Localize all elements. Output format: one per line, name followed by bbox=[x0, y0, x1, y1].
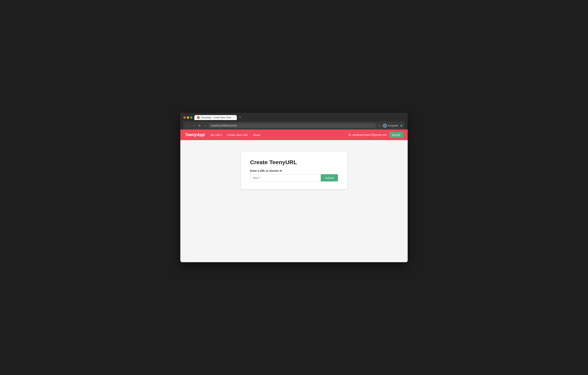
address-bar-row: ← → ↻ ⌂ localhost:8080/urls/new ☆ 👤 Inco… bbox=[183, 122, 405, 130]
traffic-lights bbox=[183, 116, 192, 119]
profile-label: Incognito bbox=[388, 124, 398, 127]
browser-window: T TeenyApp - Create New Short × + ← → ↻ … bbox=[180, 113, 408, 262]
maximize-traffic-light[interactable] bbox=[190, 116, 192, 119]
browser-toolbar-right: ☆ 👤 Incognito bbox=[378, 124, 402, 128]
new-tab-button[interactable]: + bbox=[238, 115, 243, 120]
navbar-nav: My URLs Create New URL About bbox=[211, 133, 348, 136]
title-bar: T TeenyApp - Create New Short × + bbox=[183, 115, 405, 120]
nav-link-my-urls[interactable]: My URLs bbox=[211, 133, 222, 136]
address-bar[interactable]: localhost:8080/urls/new bbox=[208, 123, 376, 128]
card-title: Create TeenyURL bbox=[250, 159, 338, 165]
active-tab[interactable]: T TeenyApp - Create New Short × bbox=[194, 115, 237, 120]
browser-chrome: T TeenyApp - Create New Short × + ← → ↻ … bbox=[180, 113, 408, 130]
tab-favicon: T bbox=[197, 116, 200, 119]
navbar: TeenyApp My URLs Create New URL About Hi… bbox=[180, 130, 408, 140]
user-greeting: Hi, sandeepchopra7@gmail.com bbox=[348, 133, 387, 136]
tab-title: TeenyApp - Create New Short bbox=[201, 116, 231, 119]
profile-icon: 👤 bbox=[383, 124, 387, 128]
refresh-button[interactable]: ↻ bbox=[198, 124, 201, 128]
form-label: Enter a URL to shorten it! bbox=[250, 169, 338, 172]
minimize-traffic-light[interactable] bbox=[187, 116, 189, 119]
logout-button[interactable]: log out bbox=[389, 132, 403, 138]
tab-close-icon[interactable]: × bbox=[233, 116, 234, 119]
home-button[interactable]: ⌂ bbox=[203, 124, 207, 128]
main-content: Create TeenyURL Enter a URL to shorten i… bbox=[180, 140, 408, 261]
bookmark-icon[interactable]: ☆ bbox=[378, 124, 381, 127]
url-input-row: Submit bbox=[250, 174, 338, 181]
nav-link-about[interactable]: About bbox=[253, 133, 260, 136]
close-traffic-light[interactable] bbox=[183, 116, 186, 119]
url-input[interactable] bbox=[250, 174, 321, 181]
back-button[interactable]: ← bbox=[186, 124, 190, 128]
status-dot bbox=[400, 125, 402, 127]
nav-link-create-new-url[interactable]: Create New URL bbox=[227, 133, 248, 136]
create-url-card: Create TeenyURL Enter a URL to shorten i… bbox=[241, 152, 347, 189]
navbar-brand[interactable]: TeenyApp bbox=[185, 132, 205, 137]
profile-area[interactable]: 👤 Incognito bbox=[383, 124, 398, 128]
current-url: localhost:8080/urls/new bbox=[211, 124, 237, 127]
forward-button[interactable]: → bbox=[192, 124, 196, 128]
navbar-right: Hi, sandeepchopra7@gmail.com log out bbox=[348, 132, 403, 138]
app-content: TeenyApp My URLs Create New URL About Hi… bbox=[180, 130, 408, 262]
submit-button[interactable]: Submit bbox=[321, 174, 338, 181]
tab-bar: T TeenyApp - Create New Short × + bbox=[194, 115, 243, 120]
